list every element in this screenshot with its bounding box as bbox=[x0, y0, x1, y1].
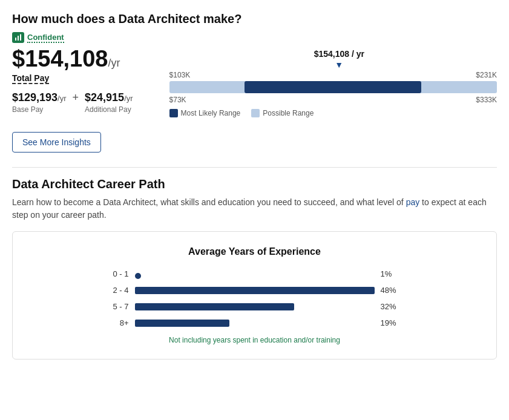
confident-label: Confident bbox=[27, 33, 64, 43]
range-label-231k: $231K bbox=[476, 71, 497, 79]
see-more-insights-button[interactable]: See More Insights bbox=[12, 132, 101, 153]
base-pay-amount: $129,193/yr bbox=[12, 91, 67, 104]
exp-row: 0 - 11% bbox=[110, 269, 400, 278]
experience-card-title: Average Years of Experience bbox=[32, 246, 477, 257]
range-arrow-down: ▼ bbox=[182, 60, 497, 70]
total-pay-label: Total Pay bbox=[12, 73, 49, 84]
legend-likely: Most Likely Range bbox=[169, 109, 241, 117]
exp-dot bbox=[135, 273, 141, 279]
range-top-label: $154,108 / yr bbox=[182, 49, 497, 59]
range-labels-top: $103K $231K bbox=[169, 71, 497, 79]
base-additional-row: $129,193/yr Base Pay + $24,915/yr Additi… bbox=[12, 91, 133, 114]
exp-range-label: 8+ bbox=[110, 318, 129, 327]
range-label-73k: $73K bbox=[169, 96, 186, 104]
main-salary: $154,108/yr bbox=[12, 47, 133, 72]
legend-light-box bbox=[251, 109, 260, 117]
left-pay-section: $154,108/yr Total Pay $129,193/yr Base P… bbox=[12, 47, 133, 114]
section-divider bbox=[12, 167, 497, 168]
experience-note: Not including years spent in education a… bbox=[32, 336, 477, 344]
confident-badge: Confident bbox=[12, 32, 64, 43]
additional-per-yr: /yr bbox=[124, 94, 133, 103]
base-pay-label: Base Pay bbox=[12, 105, 67, 114]
svg-rect-0 bbox=[15, 38, 16, 41]
exp-bar-fill bbox=[135, 287, 375, 294]
additional-pay-group: $24,915/yr Additional Pay bbox=[85, 91, 133, 114]
legend-dark-box bbox=[169, 109, 178, 117]
additional-pay-label: Additional Pay bbox=[85, 105, 133, 114]
range-legend: Most Likely Range Possible Range bbox=[169, 109, 497, 117]
exp-pct-label: 19% bbox=[381, 318, 400, 327]
salary-bar-container bbox=[169, 81, 497, 93]
range-label-333k: $333K bbox=[476, 96, 497, 104]
main-pay-section: $154,108/yr Total Pay $129,193/yr Base P… bbox=[12, 47, 497, 117]
exp-bar-wrap bbox=[135, 271, 375, 278]
bar-likely bbox=[245, 81, 421, 93]
experience-bars: 0 - 11%2 - 448%5 - 732%8+19% bbox=[110, 269, 400, 327]
page-title: How much does a Data Architect make? bbox=[12, 12, 497, 26]
svg-rect-2 bbox=[20, 34, 21, 41]
exp-pct-label: 48% bbox=[381, 286, 400, 295]
svg-rect-1 bbox=[18, 36, 19, 41]
exp-pct-label: 1% bbox=[381, 269, 400, 278]
exp-pct-label: 32% bbox=[381, 302, 400, 311]
additional-pay-amount: $24,915/yr bbox=[85, 91, 133, 104]
career-path-description: Learn how to become a Data Architect, wh… bbox=[12, 196, 497, 221]
range-chart: $154,108 / yr ▼ $103K $231K $73K $333K M… bbox=[169, 47, 497, 117]
range-label-103k: $103K bbox=[169, 71, 191, 79]
exp-range-label: 2 - 4 bbox=[110, 286, 129, 295]
exp-row: 2 - 448% bbox=[110, 286, 400, 295]
legend-possible: Possible Range bbox=[251, 109, 314, 117]
base-pay-group: $129,193/yr Base Pay bbox=[12, 91, 67, 114]
plus-sign: + bbox=[73, 91, 79, 104]
exp-range-label: 0 - 1 bbox=[110, 269, 129, 278]
base-per-yr: /yr bbox=[57, 94, 66, 103]
per-yr-label: /yr bbox=[108, 57, 120, 69]
exp-range-label: 5 - 7 bbox=[110, 302, 129, 311]
range-labels-bottom: $73K $333K bbox=[169, 96, 497, 104]
legend-possible-label: Possible Range bbox=[263, 109, 314, 117]
legend-likely-label: Most Likely Range bbox=[181, 109, 241, 117]
exp-bar-wrap bbox=[135, 320, 375, 327]
experience-card: Average Years of Experience 0 - 11%2 - 4… bbox=[12, 231, 497, 359]
exp-bar-wrap bbox=[135, 287, 375, 294]
pay-highlight: pay bbox=[406, 197, 420, 207]
exp-bar-wrap bbox=[135, 303, 375, 310]
exp-row: 8+19% bbox=[110, 318, 400, 327]
confident-icon bbox=[12, 32, 24, 43]
career-path-title: Data Architect Career Path bbox=[12, 177, 497, 191]
exp-row: 5 - 732% bbox=[110, 302, 400, 311]
exp-bar-fill bbox=[135, 303, 295, 310]
exp-bar-fill bbox=[135, 320, 230, 327]
